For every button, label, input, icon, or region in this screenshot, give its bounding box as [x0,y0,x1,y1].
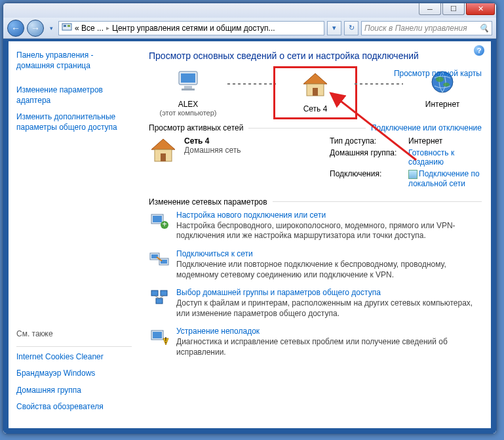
address-dropdown-button[interactable]: ▾ [327,21,341,35]
forward-button[interactable]: → [27,20,44,37]
active-networks-header: Просмотр активных сетей Подключение или … [149,123,482,132]
search-placeholder: Поиск в Панели управления [364,24,467,33]
access-type-key: Тип доступа: [330,136,408,146]
task-homegroup[interactable]: Выбор домашней группы и параметров общег… [149,288,482,319]
svg-line-30 [155,296,159,298]
task-title[interactable]: Выбор домашней группы и параметров общег… [176,288,482,297]
monitor-icon [175,69,201,95]
task-connect[interactable]: Подключиться к сети Подключение или повт… [149,249,482,280]
homegroup-icon [149,288,170,309]
house-icon [301,71,330,100]
svg-rect-33 [153,332,162,338]
sidebar-adapter-link[interactable]: Изменение параметров адаптера [16,85,132,106]
network-settings-header: Изменение сетевых параметров [149,197,482,207]
active-network-left[interactable]: Сеть 4 Домашняя сеть [149,136,319,191]
sidebar-browser-link[interactable]: Свойства обозревателя [16,402,132,412]
svg-rect-29 [156,298,163,304]
tasks-list: + Настройка нового подключения или сети … [149,210,482,358]
svg-rect-28 [161,290,167,296]
see-also-label: См. также [16,329,132,338]
body-area: Панель управления - домашняя страница Из… [3,39,496,433]
close-button[interactable]: ✕ [466,3,495,15]
node-network[interactable]: Сеть 4 [276,69,355,117]
svg-rect-6 [182,89,195,90]
active-network-row: Сеть 4 Домашняя сеть Тип доступа: Интерн… [149,136,482,191]
svg-point-12 [443,83,450,87]
window-controls: ─ ☐ ✕ [419,3,495,15]
task-title[interactable]: Настройка нового подключения или сети [176,210,482,220]
search-input[interactable]: Поиск в Панели управления 🔍 [361,21,492,35]
svg-rect-1 [64,25,66,27]
pc-name-label: ALEX [149,100,227,109]
minimize-button[interactable]: ─ [419,3,441,15]
internet-label: Интернет [403,100,482,109]
refresh-button[interactable]: ↻ [344,21,359,35]
troubleshoot-icon: ! [149,327,170,348]
maximize-button[interactable]: ☐ [442,3,465,15]
sidebar-cookies-link[interactable]: Internet Cookies Cleaner [16,352,132,363]
lan-icon [408,170,417,179]
sidebar-home-link[interactable]: Панель управления - домашняя страница [16,50,132,71]
homegroup-key: Домашняя группа: [330,148,408,167]
svg-rect-5 [184,86,192,89]
task-troubleshoot[interactable]: ! Устранение неполадок Диагностика и исп… [149,327,482,357]
control-panel-window: ─ ☐ ✕ ← → ▾ « Все ... ▸ Центр управления… [3,3,497,434]
task-new-connection[interactable]: + Настройка нового подключения или сети … [149,210,482,241]
nav-history-dropdown[interactable]: ▾ [47,22,56,35]
divider [16,346,132,347]
address-row: ← → ▾ « Все ... ▸ Центр управления сетям… [3,18,496,39]
active-net-type-link[interactable]: Домашняя сеть [184,146,241,155]
task-desc: Диагностика и исправление сетевых пробле… [176,337,482,357]
connect-icon [149,249,170,270]
active-header-label: Просмотр активных сетей [149,123,243,132]
connection-line [355,83,403,85]
connections-link[interactable]: Подключение по локальной сети [408,169,482,188]
control-panel-icon [62,22,72,34]
svg-marker-7 [303,73,327,84]
svg-rect-17 [161,153,166,161]
active-network-details: Тип доступа: Интернет Домашняя группа: Г… [330,136,482,191]
back-button[interactable]: ← [7,20,24,37]
svg-rect-19 [153,216,162,222]
svg-rect-4 [181,73,195,83]
breadcrumb-prefix: « Все ... [75,24,104,33]
sidebar-firewall-link[interactable]: Брандмауэр Windows [16,369,132,379]
pc-sub-label: (этот компьютер) [149,109,227,117]
active-net-name: Сеть 4 [184,136,241,146]
svg-text:+: + [162,220,166,229]
homegroup-link[interactable]: Готовность к созданию [408,148,482,167]
highlight-box: Сеть 4 [273,66,357,119]
title-bar: ─ ☐ ✕ [3,3,496,18]
connect-disconnect-link[interactable]: Подключение или отключение [371,123,482,132]
svg-marker-15 [151,139,175,150]
connections-key: Подключения: [330,169,408,188]
sidebar-sharing-link[interactable]: Изменить дополнительные параметры общего… [16,112,132,132]
access-type-value: Интернет [408,136,482,146]
svg-rect-9 [313,88,318,96]
chevron-right-icon: ▸ [106,24,109,31]
house-icon [149,136,178,165]
address-bar[interactable]: « Все ... ▸ Центр управления сетями и об… [58,21,324,35]
sidebar: Панель управления - домашняя страница Из… [9,41,140,428]
connection-line [227,83,276,85]
page-title: Просмотр основных сведений о сети и наст… [149,50,482,61]
node-this-pc[interactable]: ALEX (этот компьютер) [149,69,227,117]
svg-rect-2 [68,25,70,27]
main-content: ? Просмотр основных сведений о сети и на… [140,41,491,428]
network-map: Просмотр полной карты ALEX (этот компьют… [149,69,482,117]
network-name-label: Сеть 4 [279,104,351,113]
task-desc: Доступ к файлам и принтерам, расположенн… [176,298,482,319]
task-desc: Подключение или повторное подключение к … [176,260,482,280]
task-title[interactable]: Устранение неполадок [176,327,482,336]
svg-text:!: ! [165,336,166,345]
settings-header-label: Изменение сетевых параметров [149,197,267,207]
svg-rect-27 [151,290,158,296]
full-map-link[interactable]: Просмотр полной карты [394,69,482,78]
help-icon[interactable]: ? [474,45,484,56]
sidebar-homegroup-link[interactable]: Домашняя группа [16,386,132,396]
new-connection-icon: + [149,210,170,231]
task-title[interactable]: Подключиться к сети [176,249,482,258]
svg-line-31 [159,296,164,298]
search-icon: 🔍 [479,24,489,33]
task-desc: Настройка беспроводного, широкополосного… [176,221,482,241]
